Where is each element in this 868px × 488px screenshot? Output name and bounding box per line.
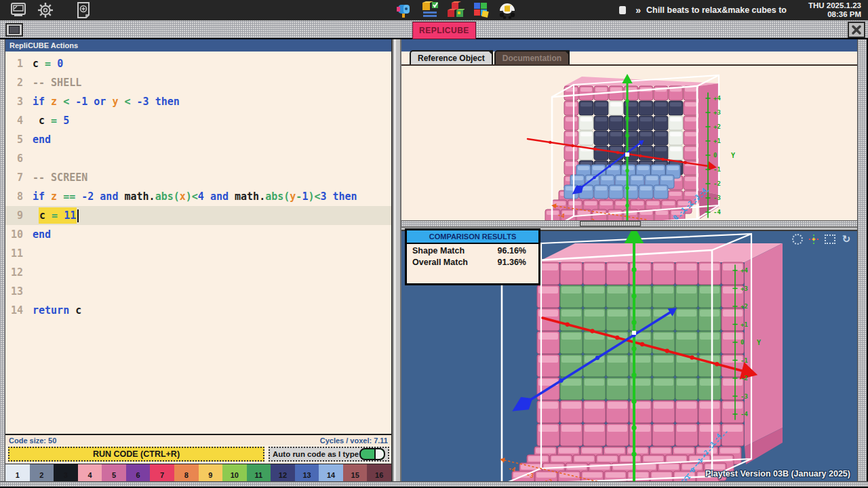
code-lines[interactable]: 1c = 02-- SHELL3if z < -1 or y < -3 then… bbox=[5, 52, 391, 434]
viewer-toolbar: ↻ bbox=[792, 234, 852, 245]
autorun-box[interactable]: Auto run code as I type bbox=[269, 447, 389, 462]
stop-button[interactable] bbox=[619, 6, 626, 14]
close-icon bbox=[851, 24, 862, 35]
reference-hscrollbar-thumb[interactable] bbox=[580, 221, 641, 226]
run-row: RUN CODE (CTRL+R) Auto run code as I typ… bbox=[5, 445, 391, 464]
comparison-panel: COMPARISON RESULTS Shape Match96.16%Over… bbox=[405, 228, 540, 285]
color-grid-icon[interactable] bbox=[473, 1, 490, 19]
svg-text:0: 0 bbox=[741, 339, 744, 346]
svg-text:-2: -2 bbox=[741, 375, 748, 382]
version-text: Playtest Version 03B (January 2025) bbox=[705, 469, 850, 479]
monitor-icon[interactable] bbox=[9, 2, 27, 18]
code-line[interactable]: 2-- SHELL bbox=[5, 73, 391, 92]
window-titlebar[interactable]: REPLICUBE bbox=[0, 20, 868, 39]
clock: THU 2025.1.23 08:36 PM bbox=[799, 1, 861, 19]
svg-text:+4: +4 bbox=[713, 95, 721, 102]
code-line[interactable]: 1c = 0 bbox=[5, 54, 391, 73]
tab-reference-object[interactable]: Reference Object bbox=[410, 50, 493, 64]
svg-text:-3: -3 bbox=[713, 195, 721, 201]
code-line[interactable]: 12 bbox=[5, 263, 391, 282]
skip-icon[interactable]: » bbox=[635, 5, 639, 16]
window-border-left bbox=[0, 39, 5, 481]
svg-text:+2: +2 bbox=[713, 123, 721, 130]
tab-documentation[interactable]: Documentation bbox=[494, 50, 570, 64]
window-border-right bbox=[857, 39, 867, 481]
code-size-label: Code size: 50 bbox=[9, 436, 56, 445]
code-line[interactable]: 6 bbox=[5, 149, 391, 168]
svg-text:+1: +1 bbox=[741, 321, 748, 328]
svg-text:-1: -1 bbox=[741, 357, 748, 364]
focus-circle-icon[interactable] bbox=[792, 234, 803, 245]
code-editor-pane: RepliCUBE Actions 1c = 02-- SHELL3if z <… bbox=[5, 39, 392, 481]
close-button[interactable] bbox=[848, 22, 865, 38]
svg-text:-2: -2 bbox=[713, 180, 721, 187]
svg-text:Y: Y bbox=[757, 339, 761, 346]
svg-text:-4: -4 bbox=[713, 209, 721, 216]
svg-text:+1: +1 bbox=[713, 138, 721, 144]
comparison-title: COMPARISON RESULTS bbox=[407, 230, 538, 244]
code-line[interactable]: 10end bbox=[5, 225, 391, 244]
bounds-box-icon[interactable] bbox=[825, 234, 835, 245]
svg-text:+3: +3 bbox=[741, 285, 748, 292]
mailbox-icon[interactable] bbox=[395, 1, 413, 19]
red-cubes-icon[interactable] bbox=[447, 1, 465, 19]
selection-highlight: c = 11 bbox=[39, 207, 77, 224]
reference-pane: Reference ObjectDocumentation +4+3+2+10-… bbox=[401, 39, 857, 226]
editor-header: RepliCUBE Actions bbox=[5, 39, 391, 52]
time-text: 08:36 PM bbox=[799, 10, 861, 19]
code-line[interactable]: 11 bbox=[5, 244, 391, 263]
svg-text:-3: -3 bbox=[741, 393, 748, 400]
reference-3d-scene[interactable]: +4+3+2+10-1-2-3-4Y0-1-2-3-4-4-3 bbox=[401, 66, 857, 220]
code-line[interactable]: 9 c = 11 bbox=[5, 206, 391, 225]
comparison-row: Shape Match96.16% bbox=[407, 244, 538, 256]
code-line[interactable]: 14return c bbox=[5, 301, 391, 320]
comparison-rows: Shape Match96.16%Overall Match91.36% bbox=[407, 244, 538, 267]
autorun-label: Auto run code as I type bbox=[273, 450, 359, 458]
pane-divider-vertical[interactable] bbox=[392, 39, 401, 481]
date-text: THU 2025.1.23 bbox=[799, 1, 861, 10]
window-body: RepliCUBE Actions 1c = 02-- SHELL3if z <… bbox=[0, 39, 868, 481]
code-line[interactable]: 13 bbox=[5, 282, 391, 301]
autorun-toggle[interactable] bbox=[359, 448, 385, 460]
right-column: Reference ObjectDocumentation +4+3+2+10-… bbox=[401, 39, 857, 481]
svg-text:+3: +3 bbox=[713, 109, 721, 116]
tab-bar: Reference ObjectDocumentation bbox=[401, 52, 857, 66]
gear-icon[interactable] bbox=[37, 2, 54, 18]
editor-status-bar: Code size: 50 Cycles / voxel: 7.11 bbox=[5, 434, 391, 445]
code-line[interactable]: 8if z == -2 and math.abs(x)<4 and math.a… bbox=[5, 187, 391, 206]
reference-viewport[interactable]: +4+3+2+10-1-2-3-4Y0-1-2-3-4-4-3 bbox=[401, 66, 857, 220]
svg-text:+2: +2 bbox=[741, 303, 748, 310]
window-border-bottom bbox=[0, 481, 868, 487]
new-document-icon[interactable] bbox=[75, 2, 92, 18]
code-line[interactable]: 5end bbox=[5, 130, 391, 149]
text-cursor bbox=[77, 209, 79, 222]
reset-rotation-icon[interactable]: ↻ bbox=[841, 234, 852, 245]
axis-gizmo-icon[interactable] bbox=[808, 234, 819, 245]
run-code-button[interactable]: RUN CODE (CTRL+R) bbox=[8, 447, 264, 462]
code-line[interactable]: 3if z < -1 or y < -3 then bbox=[5, 92, 391, 111]
menubar: » Chill beats to relax&make cubes to THU… bbox=[0, 0, 868, 20]
headphones-cube-icon[interactable] bbox=[498, 1, 516, 19]
svg-text:0: 0 bbox=[713, 152, 717, 159]
svg-text:-4: -4 bbox=[741, 411, 748, 418]
window-title-tab[interactable]: REPLICUBE bbox=[412, 22, 476, 39]
window-menu-icon[interactable] bbox=[5, 23, 23, 37]
cube-checklist-icon[interactable] bbox=[421, 1, 439, 19]
svg-text:Y: Y bbox=[731, 152, 735, 159]
svg-text:-1: -1 bbox=[713, 166, 721, 173]
svg-text:+4: +4 bbox=[741, 267, 748, 274]
comparison-row: Overall Match91.36% bbox=[407, 256, 538, 267]
screen: » Chill beats to relax&make cubes to THU… bbox=[0, 0, 868, 488]
code-line[interactable]: 7-- SCREEN bbox=[5, 168, 391, 187]
track-title: Chill beats to relax&make cubes to bbox=[646, 5, 787, 15]
code-line[interactable]: 4 c = 5 bbox=[5, 111, 391, 130]
cycles-label: Cycles / voxel: 7.11 bbox=[320, 436, 388, 445]
